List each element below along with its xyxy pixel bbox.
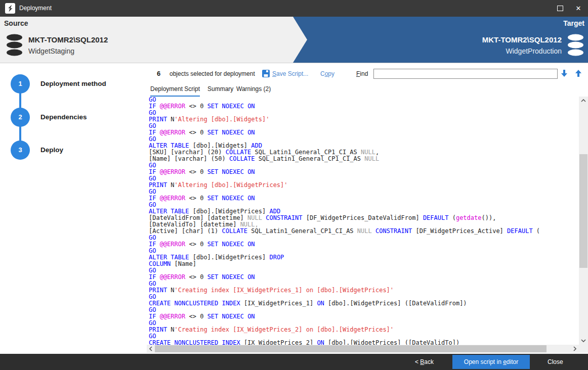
source-server: MKT-TOMR2\SQL2012	[28, 35, 108, 44]
script-line: COLUMN [Name]	[147, 261, 579, 267]
find-next-icon[interactable]	[560, 69, 569, 78]
deployment-script-view: GOIF @@ERROR <> 0 SET NOEXEC ONGOPRINT N…	[147, 97, 579, 345]
toolbar: 6 objects selected for deployment Save S…	[147, 63, 588, 82]
objects-count: 6	[157, 70, 160, 77]
script-line: IF @@ERROR <> 0 SET NOEXEC ON	[147, 195, 579, 202]
scroll-up-icon[interactable]	[579, 97, 588, 105]
target-label: Target	[563, 19, 584, 27]
maximize-icon	[557, 6, 563, 11]
target-database-icon	[567, 34, 584, 57]
script-line: [Active] [char] (1) COLLATE SQL_Latin1_G…	[147, 228, 579, 235]
scroll-left-icon[interactable]	[147, 345, 154, 353]
open-script-in-editor-button[interactable]: Open script in editor	[452, 355, 530, 369]
script-line: ALTER TABLE [dbo].[WidgetPrices] DROP	[147, 254, 579, 261]
scroll-right-icon[interactable]	[571, 345, 578, 353]
close-dialog-button[interactable]: Close	[540, 354, 570, 370]
step-3-circle[interactable]: 3	[11, 141, 30, 160]
title-bar: Deployment ✕	[0, 0, 588, 17]
find-label: Find	[356, 70, 368, 77]
script-line: CREATE NONCLUSTERED INDEX [IX_WidgetPric…	[147, 340, 579, 345]
script-line: IF @@ERROR <> 0 SET NOEXEC ON	[147, 274, 579, 281]
script-line: IF @@ERROR <> 0 SET NOEXEC ON	[147, 103, 579, 110]
step-1-circle[interactable]: 1	[11, 74, 30, 94]
source-database: WidgetStaging	[28, 47, 74, 55]
footer-bar: < Back Open script in editor Close	[0, 354, 588, 370]
script-line: IF @@ERROR <> 0 SET NOEXEC ON	[147, 313, 579, 320]
step-2-label: Dependencies	[40, 113, 87, 121]
wizard-steps-sidebar: 1 Deployment method 2 Dependencies 3 Dep…	[0, 63, 147, 354]
save-icon	[262, 70, 270, 77]
content-area: 1 Deployment method 2 Dependencies 3 Dep…	[0, 63, 588, 354]
maximize-button[interactable]	[552, 0, 569, 17]
target-server: MKT-TOMR2\SQL2012	[482, 35, 562, 44]
objects-count-label: objects selected for deployment	[170, 70, 255, 77]
tab-bar: Deployment Script Summary Warnings (2)	[147, 82, 580, 97]
vertical-scrollbar-thumb[interactable]	[579, 154, 587, 268]
script-line: PRINT N'Creating index [IX_WidgetPrices_…	[147, 327, 579, 333]
copy-link[interactable]: Copy	[320, 70, 334, 77]
scroll-down-icon[interactable]	[579, 337, 588, 345]
horizontal-scrollbar[interactable]	[147, 345, 588, 353]
app-icon	[5, 3, 15, 14]
step-2-circle[interactable]: 2	[11, 108, 30, 127]
step-1-label: Deployment method	[40, 80, 106, 87]
source-database-icon	[6, 34, 23, 57]
script-line: IF @@ERROR <> 0 SET NOEXEC ON	[147, 129, 579, 136]
source-label: Source	[4, 19, 28, 27]
vertical-scrollbar[interactable]	[579, 97, 588, 345]
tab-summary[interactable]: Summary	[207, 85, 233, 97]
find-previous-icon[interactable]	[574, 69, 583, 78]
script-line: IF @@ERROR <> 0 SET NOEXEC ON	[147, 241, 579, 248]
script-line: IF @@ERROR <> 0 SET NOEXEC ON	[147, 169, 579, 175]
source-target-banner: Source MKT-TOMR2\SQL2012 WidgetStaging T…	[0, 17, 588, 63]
script-line: [Name] [varchar] (50) COLLATE SQL_Latin1…	[147, 156, 579, 162]
close-button[interactable]: ✕	[570, 0, 587, 17]
horizontal-scrollbar-thumb[interactable]	[155, 345, 547, 352]
main-pane: 6 objects selected for deployment Save S…	[147, 63, 588, 354]
script-line: CREATE NONCLUSTERED INDEX [IX_WidgetPric…	[147, 300, 579, 307]
window-title: Deployment	[19, 0, 52, 17]
find-input[interactable]	[373, 69, 558, 79]
script-line: PRINT N'Altering [dbo].[Widgets]'	[147, 116, 579, 123]
back-button[interactable]: < Back	[410, 354, 439, 370]
script-line: PRINT N'Altering [dbo].[WidgetPrices]'	[147, 182, 579, 189]
close-icon: ✕	[576, 5, 581, 12]
tab-warnings[interactable]: Warnings (2)	[236, 85, 271, 97]
tab-deployment-script[interactable]: Deployment Script	[150, 85, 200, 97]
save-script-link[interactable]: Save Script...	[272, 70, 308, 77]
deployment-window: Deployment ✕ Source MKT-TOMR2\SQL2012 Wi…	[0, 0, 588, 370]
script-line: PRINT N'Creating index [IX_WidgetPrices_…	[147, 287, 579, 294]
step-3-label: Deploy	[40, 146, 63, 154]
target-database: WidgetProduction	[506, 47, 562, 55]
